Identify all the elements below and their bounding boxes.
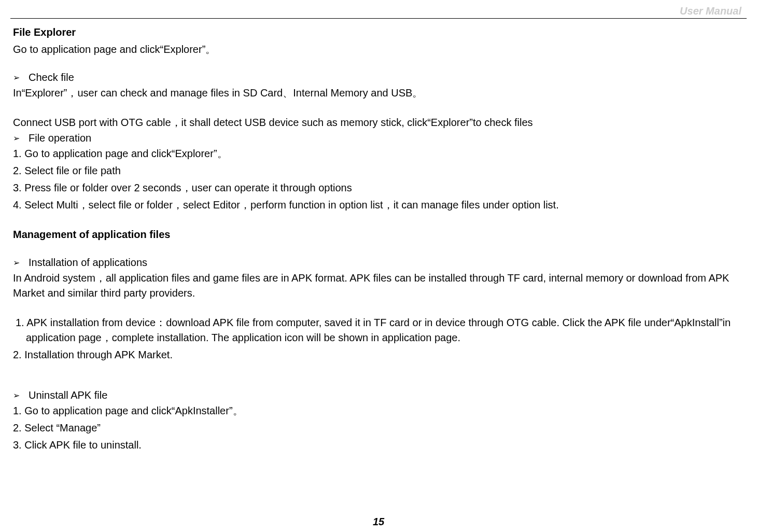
desc-text: In“Explorer”，user can check and manage f… xyxy=(13,86,744,101)
bullet-installation: ➢ Installation of applications xyxy=(13,257,744,269)
bullet-uninstall: ➢ Uninstall APK file xyxy=(13,389,744,401)
step-text: 1. Go to application page and click“Expl… xyxy=(13,146,744,161)
step-text: 2. Installation through APK Market. xyxy=(13,347,744,362)
desc-text: Connect USB port with OTG cable，it shall… xyxy=(13,115,744,130)
page-number: 15 xyxy=(373,516,384,528)
step-text: 2. Select “Manage” xyxy=(13,421,744,436)
header-right-text: User Manual xyxy=(10,5,747,17)
bullet-check-file: ➢ Check file xyxy=(13,72,744,83)
step-text: 3. Press file or folder over 2 seconds，u… xyxy=(13,180,744,195)
arrow-icon: ➢ xyxy=(13,73,29,82)
bullet-text: Installation of applications xyxy=(29,257,147,269)
section-title-file-explorer: File Explorer xyxy=(13,25,744,40)
arrow-icon: ➢ xyxy=(13,390,29,400)
bullet-text: Check file xyxy=(29,72,74,83)
step-text: 2. Select file or file path xyxy=(13,163,744,178)
bullet-file-operation: ➢ File operation xyxy=(13,132,744,144)
header-rule xyxy=(10,18,747,19)
desc-text: In Android system，all application files … xyxy=(13,271,744,301)
section-title-management: Management of application files xyxy=(13,227,744,242)
step-text: 3. Click APK file to uninstall. xyxy=(13,438,744,453)
arrow-icon: ➢ xyxy=(13,258,29,268)
step-text: 4. Select Multi，select file or folder，se… xyxy=(13,198,744,213)
arrow-icon: ➢ xyxy=(13,133,29,143)
bullet-text: File operation xyxy=(29,132,91,144)
step-text: 1. Go to application page and click“ApkI… xyxy=(13,403,744,418)
intro-text: Go to application page and click“Explore… xyxy=(13,42,744,57)
bullet-text: Uninstall APK file xyxy=(29,389,107,401)
document-content: File Explorer Go to application page and… xyxy=(10,25,747,453)
step-text: 1. APK installation from device：download… xyxy=(13,315,744,345)
